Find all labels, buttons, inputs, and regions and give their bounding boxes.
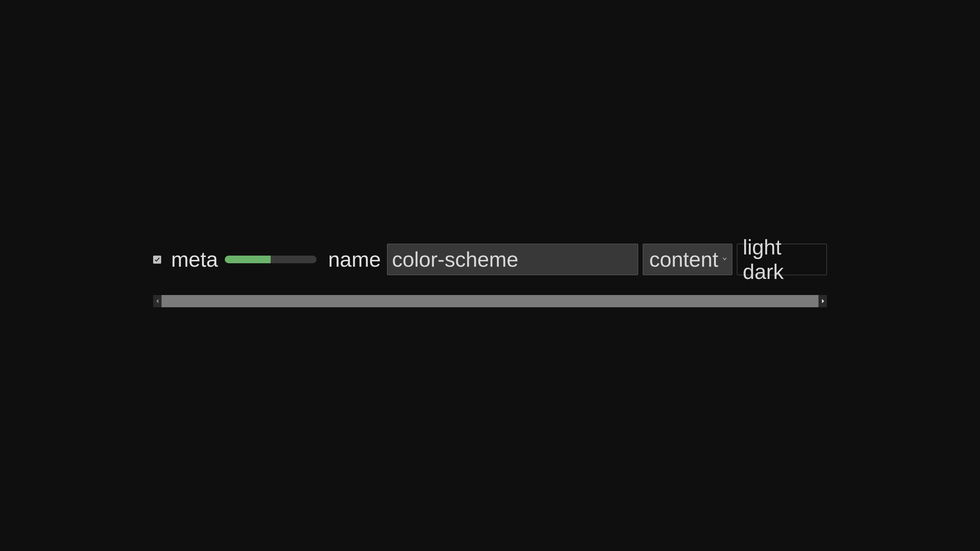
name-input[interactable]	[387, 244, 638, 275]
meta-form-row: meta name content light dark	[153, 244, 827, 275]
meta-label: meta	[171, 247, 218, 272]
triangle-left-icon	[155, 298, 160, 304]
scroll-right-button[interactable]	[818, 295, 827, 307]
content-select[interactable]: content	[643, 244, 732, 275]
chevron-down-icon	[721, 255, 728, 264]
scrollbar-thumb[interactable]	[162, 295, 818, 307]
value-display-text: light dark	[743, 235, 821, 284]
editor-container: meta name content light dark	[153, 244, 827, 307]
check-icon	[154, 257, 160, 262]
scroll-left-button[interactable]	[153, 295, 162, 307]
triangle-right-icon	[821, 298, 825, 304]
meta-progress[interactable]	[225, 256, 317, 263]
meta-enabled-checkbox[interactable]	[153, 256, 161, 264]
horizontal-scrollbar[interactable]	[153, 295, 827, 307]
content-select-value: content	[649, 247, 718, 272]
meta-progress-fill	[225, 256, 271, 263]
value-display[interactable]: light dark	[737, 244, 827, 275]
name-label: name	[328, 247, 381, 272]
